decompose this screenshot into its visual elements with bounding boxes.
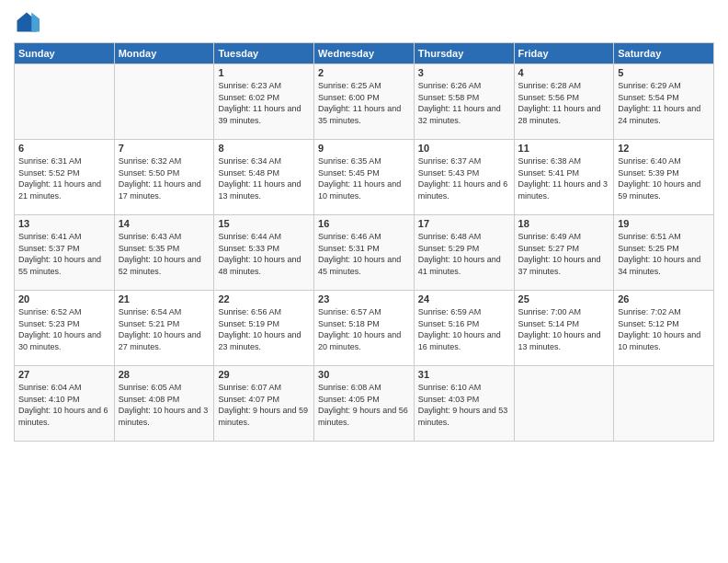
calendar-week-row: 13Sunrise: 6:41 AM Sunset: 5:37 PM Dayli…	[15, 215, 714, 291]
day-number: 29	[218, 369, 310, 380]
calendar-week-row: 6Sunrise: 6:31 AM Sunset: 5:52 PM Daylig…	[15, 140, 714, 215]
day-number: 5	[618, 67, 710, 78]
day-info: Sunrise: 6:54 AM Sunset: 5:21 PM Dayligh…	[119, 306, 210, 352]
calendar-day-cell: 24Sunrise: 6:59 AM Sunset: 5:16 PM Dayli…	[414, 291, 514, 366]
day-number: 8	[218, 143, 310, 154]
calendar-table: SundayMondayTuesdayWednesdayThursdayFrid…	[14, 42, 714, 442]
day-number: 4	[518, 67, 610, 78]
calendar-day-cell: 26Sunrise: 7:02 AM Sunset: 5:12 PM Dayli…	[614, 291, 714, 366]
day-number: 14	[119, 218, 210, 229]
day-info: Sunrise: 6:31 AM Sunset: 5:52 PM Dayligh…	[18, 155, 110, 201]
day-number: 23	[318, 293, 410, 304]
day-number: 11	[518, 143, 610, 154]
weekday-header: Saturday	[614, 43, 714, 64]
day-number: 10	[418, 143, 510, 154]
calendar-day-cell: 13Sunrise: 6:41 AM Sunset: 5:37 PM Dayli…	[15, 215, 115, 291]
calendar-day-cell: 15Sunrise: 6:44 AM Sunset: 5:33 PM Dayli…	[214, 215, 314, 291]
calendar-day-cell: 12Sunrise: 6:40 AM Sunset: 5:39 PM Dayli…	[614, 140, 714, 215]
day-info: Sunrise: 6:23 AM Sunset: 6:02 PM Dayligh…	[218, 80, 310, 126]
day-info: Sunrise: 6:04 AM Sunset: 4:10 PM Dayligh…	[18, 382, 110, 428]
weekday-header: Wednesday	[314, 43, 415, 64]
weekday-header: Sunday	[15, 43, 115, 64]
day-info: Sunrise: 6:25 AM Sunset: 6:00 PM Dayligh…	[318, 80, 410, 126]
day-info: Sunrise: 6:56 AM Sunset: 5:19 PM Dayligh…	[218, 306, 310, 352]
day-info: Sunrise: 6:05 AM Sunset: 4:08 PM Dayligh…	[119, 382, 210, 428]
day-number: 20	[18, 293, 110, 304]
day-number: 24	[418, 293, 510, 304]
calendar-week-row: 20Sunrise: 6:52 AM Sunset: 5:23 PM Dayli…	[15, 291, 714, 366]
day-number: 12	[618, 143, 710, 154]
day-info: Sunrise: 6:44 AM Sunset: 5:33 PM Dayligh…	[218, 231, 310, 277]
day-number: 25	[518, 293, 610, 304]
calendar-day-cell	[514, 366, 614, 442]
calendar-day-cell: 14Sunrise: 6:43 AM Sunset: 5:35 PM Dayli…	[114, 215, 214, 291]
calendar-day-cell: 23Sunrise: 6:57 AM Sunset: 5:18 PM Dayli…	[314, 291, 415, 366]
day-info: Sunrise: 7:00 AM Sunset: 5:14 PM Dayligh…	[518, 306, 610, 352]
calendar-day-cell: 18Sunrise: 6:49 AM Sunset: 5:27 PM Dayli…	[514, 215, 614, 291]
day-number: 13	[18, 218, 110, 229]
day-number: 18	[518, 218, 610, 229]
logo	[14, 9, 43, 35]
weekday-header: Thursday	[414, 43, 514, 64]
day-number: 9	[318, 143, 410, 154]
calendar-day-cell: 8Sunrise: 6:34 AM Sunset: 5:48 PM Daylig…	[214, 140, 314, 215]
day-info: Sunrise: 6:38 AM Sunset: 5:41 PM Dayligh…	[518, 155, 610, 201]
day-number: 15	[218, 218, 310, 229]
day-info: Sunrise: 6:48 AM Sunset: 5:29 PM Dayligh…	[418, 231, 510, 277]
weekday-header: Friday	[514, 43, 614, 64]
day-number: 31	[418, 369, 510, 380]
day-number: 17	[418, 218, 510, 229]
calendar-day-cell: 3Sunrise: 6:26 AM Sunset: 5:58 PM Daylig…	[414, 64, 514, 140]
day-info: Sunrise: 6:49 AM Sunset: 5:27 PM Dayligh…	[518, 231, 610, 277]
calendar-week-row: 27Sunrise: 6:04 AM Sunset: 4:10 PM Dayli…	[15, 366, 714, 442]
day-number: 7	[119, 143, 210, 154]
day-info: Sunrise: 6:28 AM Sunset: 5:56 PM Dayligh…	[518, 80, 610, 126]
day-info: Sunrise: 7:02 AM Sunset: 5:12 PM Dayligh…	[618, 306, 710, 352]
day-info: Sunrise: 6:08 AM Sunset: 4:05 PM Dayligh…	[318, 382, 410, 428]
day-info: Sunrise: 6:40 AM Sunset: 5:39 PM Dayligh…	[618, 155, 710, 201]
calendar-header-row: SundayMondayTuesdayWednesdayThursdayFrid…	[15, 43, 714, 64]
day-info: Sunrise: 6:46 AM Sunset: 5:31 PM Dayligh…	[318, 231, 410, 277]
day-info: Sunrise: 6:10 AM Sunset: 4:03 PM Dayligh…	[418, 382, 510, 428]
calendar-day-cell: 1Sunrise: 6:23 AM Sunset: 6:02 PM Daylig…	[214, 64, 314, 140]
day-number: 1	[218, 67, 310, 78]
day-info: Sunrise: 6:29 AM Sunset: 5:54 PM Dayligh…	[618, 80, 710, 126]
day-info: Sunrise: 6:32 AM Sunset: 5:50 PM Dayligh…	[119, 155, 210, 201]
calendar-day-cell: 28Sunrise: 6:05 AM Sunset: 4:08 PM Dayli…	[114, 366, 214, 442]
calendar-day-cell: 11Sunrise: 6:38 AM Sunset: 5:41 PM Dayli…	[514, 140, 614, 215]
logo-icon	[14, 9, 40, 35]
day-info: Sunrise: 6:34 AM Sunset: 5:48 PM Dayligh…	[218, 155, 310, 201]
day-info: Sunrise: 6:07 AM Sunset: 4:07 PM Dayligh…	[218, 382, 310, 428]
calendar-day-cell: 16Sunrise: 6:46 AM Sunset: 5:31 PM Dayli…	[314, 215, 415, 291]
day-number: 16	[318, 218, 410, 229]
calendar-day-cell	[614, 366, 714, 442]
day-info: Sunrise: 6:37 AM Sunset: 5:43 PM Dayligh…	[418, 155, 510, 201]
day-number: 26	[618, 293, 710, 304]
calendar-day-cell: 30Sunrise: 6:08 AM Sunset: 4:05 PM Dayli…	[314, 366, 415, 442]
calendar-day-cell: 20Sunrise: 6:52 AM Sunset: 5:23 PM Dayli…	[15, 291, 115, 366]
day-number: 28	[119, 369, 210, 380]
calendar-day-cell: 17Sunrise: 6:48 AM Sunset: 5:29 PM Dayli…	[414, 215, 514, 291]
day-number: 22	[218, 293, 310, 304]
calendar-day-cell	[114, 64, 214, 140]
calendar-day-cell: 2Sunrise: 6:25 AM Sunset: 6:00 PM Daylig…	[314, 64, 415, 140]
day-info: Sunrise: 6:26 AM Sunset: 5:58 PM Dayligh…	[418, 80, 510, 126]
calendar-day-cell: 31Sunrise: 6:10 AM Sunset: 4:03 PM Dayli…	[414, 366, 514, 442]
calendar-day-cell: 22Sunrise: 6:56 AM Sunset: 5:19 PM Dayli…	[214, 291, 314, 366]
day-number: 3	[418, 67, 510, 78]
calendar-day-cell: 5Sunrise: 6:29 AM Sunset: 5:54 PM Daylig…	[614, 64, 714, 140]
calendar-day-cell	[15, 64, 115, 140]
page: SundayMondayTuesdayWednesdayThursdayFrid…	[0, 0, 728, 563]
calendar-day-cell: 10Sunrise: 6:37 AM Sunset: 5:43 PM Dayli…	[414, 140, 514, 215]
calendar-day-cell: 9Sunrise: 6:35 AM Sunset: 5:45 PM Daylig…	[314, 140, 415, 215]
calendar-day-cell: 7Sunrise: 6:32 AM Sunset: 5:50 PM Daylig…	[114, 140, 214, 215]
calendar-day-cell: 27Sunrise: 6:04 AM Sunset: 4:10 PM Dayli…	[15, 366, 115, 442]
day-info: Sunrise: 6:51 AM Sunset: 5:25 PM Dayligh…	[618, 231, 710, 277]
calendar-week-row: 1Sunrise: 6:23 AM Sunset: 6:02 PM Daylig…	[15, 64, 714, 140]
calendar-day-cell: 21Sunrise: 6:54 AM Sunset: 5:21 PM Dayli…	[114, 291, 214, 366]
day-number: 19	[618, 218, 710, 229]
weekday-header: Tuesday	[214, 43, 314, 64]
day-info: Sunrise: 6:57 AM Sunset: 5:18 PM Dayligh…	[318, 306, 410, 352]
day-number: 6	[18, 143, 110, 154]
day-number: 21	[119, 293, 210, 304]
